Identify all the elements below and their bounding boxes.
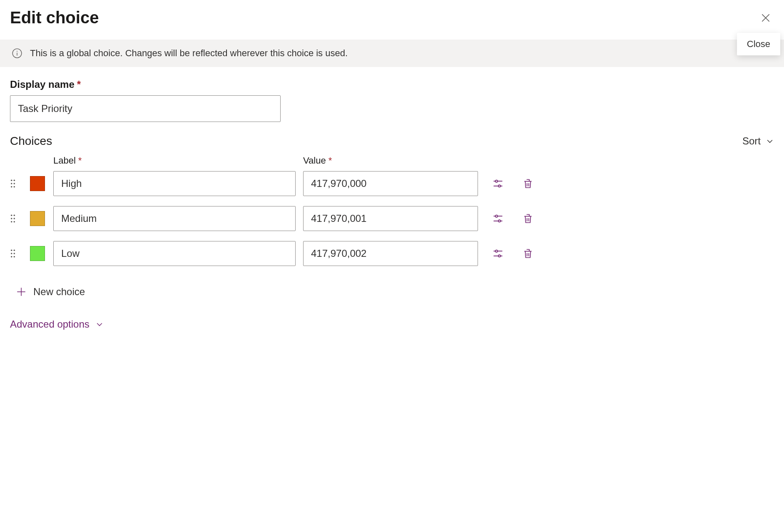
choice-label-input[interactable] <box>53 206 296 231</box>
svg-point-33 <box>11 256 12 258</box>
sliders-icon <box>492 213 504 224</box>
svg-point-6 <box>14 180 15 181</box>
choice-delete-button[interactable] <box>518 209 538 229</box>
column-header-value: Value* <box>303 155 478 166</box>
advanced-options-link[interactable]: Advanced options <box>0 298 784 330</box>
svg-point-32 <box>14 253 15 254</box>
new-choice-button[interactable]: New choice <box>0 276 784 298</box>
column-header-label: Label* <box>53 155 296 166</box>
svg-point-20 <box>14 218 15 219</box>
close-icon <box>760 12 771 23</box>
sort-label: Sort <box>742 135 761 147</box>
choice-settings-button[interactable] <box>488 174 508 194</box>
choice-row <box>0 206 784 231</box>
svg-point-17 <box>11 215 12 216</box>
info-banner-text: This is a global choice. Changes will be… <box>30 48 348 59</box>
new-choice-label: New choice <box>33 286 85 298</box>
info-banner: This is a global choice. Changes will be… <box>0 40 784 67</box>
svg-point-24 <box>495 215 498 217</box>
trash-icon <box>523 213 533 224</box>
choice-row <box>0 171 784 196</box>
choice-settings-button[interactable] <box>488 244 508 264</box>
drag-handle[interactable] <box>10 214 30 223</box>
choice-value-input[interactable] <box>303 171 478 196</box>
trash-icon <box>523 248 533 259</box>
drag-handle-icon <box>10 179 16 188</box>
advanced-options-label: Advanced options <box>10 318 90 330</box>
svg-point-19 <box>11 218 12 219</box>
svg-point-10 <box>14 186 15 188</box>
trash-icon <box>523 178 533 189</box>
chevron-down-icon <box>95 320 104 328</box>
choice-label-input[interactable] <box>53 171 296 196</box>
svg-point-34 <box>14 256 15 258</box>
drag-handle[interactable] <box>10 179 30 188</box>
choice-value-input[interactable] <box>303 241 478 266</box>
svg-point-8 <box>14 183 15 184</box>
svg-point-38 <box>498 255 500 257</box>
svg-point-26 <box>498 220 500 222</box>
info-icon <box>12 48 22 59</box>
chevron-down-icon <box>766 137 774 145</box>
drag-handle-icon <box>10 249 16 258</box>
display-name-label: Display name* <box>10 79 81 90</box>
sort-button[interactable]: Sort <box>742 135 774 147</box>
svg-point-30 <box>14 250 15 251</box>
color-swatch[interactable] <box>30 211 45 226</box>
svg-point-36 <box>495 250 498 252</box>
choice-value-input[interactable] <box>303 206 478 231</box>
choice-settings-button[interactable] <box>488 209 508 229</box>
svg-point-31 <box>11 253 12 254</box>
choice-delete-button[interactable] <box>518 174 538 194</box>
close-button[interactable] <box>757 10 774 26</box>
svg-point-29 <box>11 250 12 251</box>
choice-row <box>0 241 784 266</box>
svg-point-12 <box>495 180 498 182</box>
choice-delete-button[interactable] <box>518 244 538 264</box>
svg-point-5 <box>11 180 12 181</box>
svg-point-7 <box>11 183 12 184</box>
drag-handle[interactable] <box>10 249 30 258</box>
svg-point-14 <box>498 185 500 187</box>
page-title: Edit choice <box>10 8 99 27</box>
svg-point-18 <box>14 215 15 216</box>
svg-point-4 <box>17 51 17 52</box>
color-swatch[interactable] <box>30 246 45 261</box>
display-name-input[interactable] <box>10 95 281 122</box>
choices-title: Choices <box>10 134 52 148</box>
color-swatch[interactable] <box>30 176 45 191</box>
choice-label-input[interactable] <box>53 241 296 266</box>
svg-point-9 <box>11 186 12 188</box>
sliders-icon <box>492 248 504 259</box>
close-tooltip: Close <box>737 33 780 55</box>
plus-icon <box>16 286 27 297</box>
svg-point-22 <box>14 221 15 223</box>
drag-handle-icon <box>10 214 16 223</box>
sliders-icon <box>492 178 504 189</box>
svg-point-21 <box>11 221 12 223</box>
